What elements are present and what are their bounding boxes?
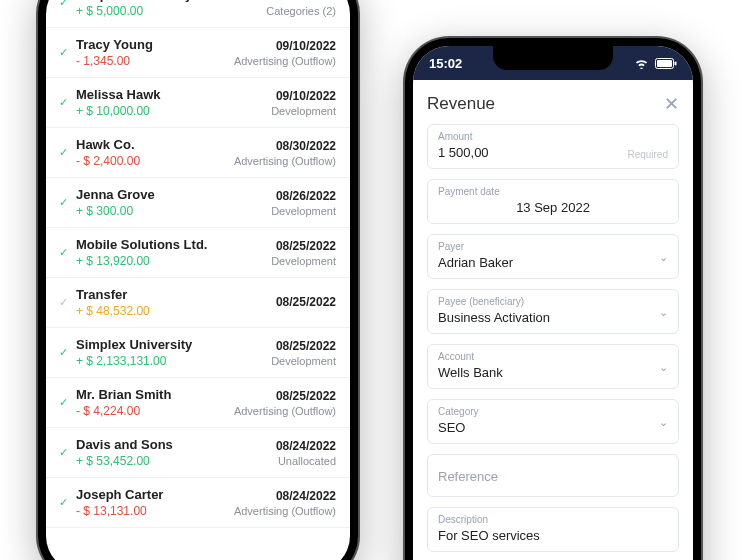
checkmark-icon: ✓ xyxy=(54,46,72,59)
transaction-date: 08/25/2022 xyxy=(271,239,336,253)
transaction-date: 08/26/2022 xyxy=(271,189,336,203)
transaction-main: Simplex University+ $ 2,133,131.00 xyxy=(72,337,271,368)
transaction-row[interactable]: ✓Mobile Solutions Ltd.+ $ 13,920.0008/25… xyxy=(46,228,350,278)
checkmark-icon: ✓ xyxy=(54,346,72,359)
account-field[interactable]: Account Wells Bank ⌄ xyxy=(427,344,679,389)
transaction-right: 08/25/2022Advertising (Outflow) xyxy=(234,389,336,417)
payer-label: Payer xyxy=(438,241,668,252)
payment-date-value: 13 Sep 2022 xyxy=(438,200,668,215)
screen-left: ✓Simplex University+ $ 5,000.0009/14/202… xyxy=(46,0,350,560)
chevron-down-icon: ⌄ xyxy=(659,305,668,318)
transaction-name: Jenna Grove xyxy=(76,187,271,202)
transaction-date: 08/24/2022 xyxy=(234,489,336,503)
transaction-name: Melissa Hawk xyxy=(76,87,271,102)
required-hint: Required xyxy=(627,149,668,160)
status-time: 15:02 xyxy=(429,56,462,71)
amount-label: Amount xyxy=(438,131,668,142)
status-icons xyxy=(634,58,677,69)
transaction-name: Simplex University xyxy=(76,0,266,2)
transaction-category: Advertising (Outflow) xyxy=(234,155,336,167)
description-label: Description xyxy=(438,514,668,525)
transaction-amount: - $ 4,224.00 xyxy=(76,404,234,418)
transaction-amount: + $ 10,000.00 xyxy=(76,104,271,118)
checkmark-icon: ✓ xyxy=(54,496,72,509)
payee-value: Business Activation xyxy=(438,310,668,325)
transaction-row[interactable]: ✓Hawk Co.- $ 2,400.0008/30/2022Advertisi… xyxy=(46,128,350,178)
modal-header: Revenue ✕ xyxy=(427,94,679,114)
transaction-row[interactable]: ✓Tracy Young- 1,345.0009/10/2022Advertis… xyxy=(46,28,350,78)
category-field[interactable]: Category SEO ⌄ xyxy=(427,399,679,444)
payment-date-label: Payment date xyxy=(438,186,668,197)
reference-field[interactable]: Reference xyxy=(427,454,679,497)
transaction-main: Mr. Brian Smith- $ 4,224.00 xyxy=(72,387,234,418)
checkmark-icon: ✓ xyxy=(54,396,72,409)
checkmark-icon: ✓ xyxy=(54,96,72,109)
transaction-date: 08/25/2022 xyxy=(271,339,336,353)
transaction-date: 08/24/2022 xyxy=(276,439,336,453)
transaction-category: Advertising (Outflow) xyxy=(234,55,336,67)
screen-right: 15:02 Revenue ✕ Amount 1 500,00 Required xyxy=(413,46,693,560)
checkmark-icon: ✓ xyxy=(54,296,72,309)
transaction-main: Transfer+ $ 48,532.00 xyxy=(72,287,276,318)
transaction-row[interactable]: ✓Simplex University+ $ 2,133,131.0008/25… xyxy=(46,328,350,378)
wifi-icon xyxy=(634,58,649,69)
transaction-main: Jenna Grove+ $ 300.00 xyxy=(72,187,271,218)
revenue-modal: Revenue ✕ Amount 1 500,00 Required Payme… xyxy=(413,80,693,560)
transaction-category: Categories (2) xyxy=(266,5,336,17)
checkmark-icon: ✓ xyxy=(54,196,72,209)
transaction-row[interactable]: ✓Davis and Sons+ $ 53,452.0008/24/2022Un… xyxy=(46,428,350,478)
checkmark-icon: ✓ xyxy=(54,146,72,159)
description-value: For SEO services xyxy=(438,528,668,543)
svg-rect-1 xyxy=(657,60,672,67)
transaction-row[interactable]: ✓Transfer+ $ 48,532.0008/25/2022 xyxy=(46,278,350,328)
transaction-right: 08/30/2022Advertising (Outflow) xyxy=(234,139,336,167)
transaction-right: 08/24/2022Unallocated xyxy=(276,439,336,467)
transaction-main: Davis and Sons+ $ 53,452.00 xyxy=(72,437,276,468)
transaction-row[interactable]: ✓Melissa Hawk+ $ 10,000.0009/10/2022Deve… xyxy=(46,78,350,128)
transaction-right: 08/24/2022Advertising (Outflow) xyxy=(234,489,336,517)
transaction-list[interactable]: ✓Simplex University+ $ 5,000.0009/14/202… xyxy=(46,0,350,560)
chevron-down-icon: ⌄ xyxy=(659,360,668,373)
battery-icon xyxy=(655,58,677,69)
transaction-right: 08/25/2022Development xyxy=(271,239,336,267)
transaction-row[interactable]: ✓Jenna Grove+ $ 300.0008/26/2022Developm… xyxy=(46,178,350,228)
phone-right: 15:02 Revenue ✕ Amount 1 500,00 Required xyxy=(405,38,701,560)
modal-title: Revenue xyxy=(427,94,495,114)
phone-left: ✓Simplex University+ $ 5,000.0009/14/202… xyxy=(38,0,358,560)
close-icon[interactable]: ✕ xyxy=(664,95,679,113)
transaction-main: Hawk Co.- $ 2,400.00 xyxy=(72,137,234,168)
reference-placeholder: Reference xyxy=(438,469,668,484)
payee-label: Payee (beneficiary) xyxy=(438,296,668,307)
transaction-date: 08/25/2022 xyxy=(276,295,336,309)
transaction-main: Simplex University+ $ 5,000.00 xyxy=(72,0,266,18)
account-label: Account xyxy=(438,351,668,362)
account-value: Wells Bank xyxy=(438,365,668,380)
transaction-amount: + $ 53,452.00 xyxy=(76,454,276,468)
transaction-date: 09/10/2022 xyxy=(271,89,336,103)
transaction-category: Development xyxy=(271,255,336,267)
transaction-row[interactable]: ✓Simplex University+ $ 5,000.0009/14/202… xyxy=(46,0,350,28)
transaction-category: Development xyxy=(271,355,336,367)
payment-date-field[interactable]: Payment date 13 Sep 2022 xyxy=(427,179,679,224)
transaction-name: Mr. Brian Smith xyxy=(76,387,234,402)
checkmark-icon: ✓ xyxy=(54,246,72,259)
transaction-amount: + $ 5,000.00 xyxy=(76,4,266,18)
transaction-category: Development xyxy=(271,205,336,217)
description-field[interactable]: Description For SEO services xyxy=(427,507,679,552)
transaction-row[interactable]: ✓Mr. Brian Smith- $ 4,224.0008/25/2022Ad… xyxy=(46,378,350,428)
transaction-right: 09/14/2022Categories (2) xyxy=(266,0,336,17)
transaction-name: Mobile Solutions Ltd. xyxy=(76,237,271,252)
transaction-name: Tracy Young xyxy=(76,37,234,52)
transaction-category: Development xyxy=(271,105,336,117)
amount-field[interactable]: Amount 1 500,00 Required xyxy=(427,124,679,169)
category-label: Category xyxy=(438,406,668,417)
transaction-amount: - $ 13,131.00 xyxy=(76,504,234,518)
payer-field[interactable]: Payer Adrian Baker ⌄ xyxy=(427,234,679,279)
transaction-right: 08/25/2022Development xyxy=(271,339,336,367)
transaction-name: Hawk Co. xyxy=(76,137,234,152)
checkmark-icon: ✓ xyxy=(54,446,72,459)
notch xyxy=(493,46,613,70)
transaction-row[interactable]: ✓Joseph Carter- $ 13,131.0008/24/2022Adv… xyxy=(46,478,350,528)
chevron-down-icon: ⌄ xyxy=(659,250,668,263)
payee-field[interactable]: Payee (beneficiary) Business Activation … xyxy=(427,289,679,334)
